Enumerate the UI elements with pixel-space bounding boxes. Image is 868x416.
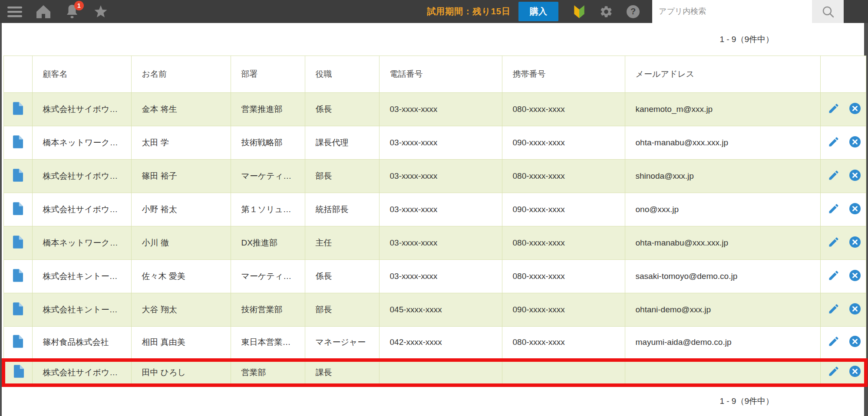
pencil-icon [828,269,840,282]
phone-link[interactable]: 03-xxxx-xxxx [379,226,502,260]
settings-button[interactable] [598,4,614,20]
email-link[interactable]: ohta-manabu@xxx.xxx.jp [625,126,820,160]
record-icon-cell [3,93,32,126]
cell-position: 課長 [305,360,379,385]
column-header-3[interactable]: 役職 [305,56,379,93]
cell-position: 主任 [305,226,379,260]
delete-record-button[interactable] [849,335,861,350]
notifications-button[interactable]: 1 [64,4,80,20]
open-record-button[interactable] [13,335,23,350]
email-link[interactable]: ohta-manabu@xxx.xxx.jp [625,226,820,260]
edit-record-button[interactable] [828,136,840,150]
column-header-4[interactable]: 電話番号 [379,56,502,93]
edit-record-button[interactable] [828,236,840,250]
x-circle-icon [849,169,861,181]
mobile-link[interactable]: 090-xxxx-xxxx [502,293,625,327]
customer-name-link[interactable]: 橋本ネットワーク… [32,226,131,260]
open-record-button[interactable] [13,365,24,380]
star-icon [93,5,108,19]
document-icon [13,236,23,249]
favorites-button[interactable] [93,4,109,20]
edit-record-button[interactable] [828,102,840,117]
edit-record-button[interactable] [828,269,840,284]
mobile-link[interactable] [502,360,625,385]
phone-link[interactable] [379,360,502,385]
open-record-button[interactable] [13,102,23,117]
header-icon-column [3,56,32,93]
hamburger-icon [7,6,22,17]
delete-record-button[interactable] [849,269,861,284]
mobile-link[interactable]: 080-xxxx-xxxx [502,226,625,260]
hamburger-menu-button[interactable] [7,4,23,20]
phone-link[interactable]: 03-xxxx-xxxx [379,93,502,126]
email-link[interactable]: shinoda@xxx.jp [625,160,820,193]
email-link[interactable]: sasaki-tomoyo@demo.co.jp [625,260,820,293]
phone-link[interactable]: 03-xxxx-xxxx [379,160,502,193]
mobile-link[interactable]: 090-xxxx-xxxx [502,126,625,160]
edit-record-button[interactable] [828,335,840,350]
document-icon [13,365,24,378]
email-link[interactable] [625,360,820,385]
customer-name-link[interactable]: 株式会社サイボウ… [32,93,131,126]
beginner-guide-button[interactable] [571,4,587,20]
customer-name-link[interactable]: 株式会社キントー… [32,260,131,293]
home-button[interactable] [36,4,51,20]
mobile-link[interactable]: 080-xxxx-xxxx [502,260,625,293]
mobile-link[interactable]: 080-xxxx-xxxx [502,93,625,126]
phone-link[interactable]: 045-xxxx-xxxx [379,293,502,327]
delete-record-button[interactable] [849,102,861,117]
open-record-button[interactable] [13,269,23,284]
mobile-link[interactable]: 080-xxxx-xxxx [502,327,625,360]
help-button[interactable]: ? [625,4,641,20]
email-link[interactable]: kanemoto_m@xxx.jp [625,93,820,126]
delete-record-button[interactable] [849,169,861,183]
open-record-button[interactable] [13,135,23,151]
delete-record-button[interactable] [849,303,861,317]
edit-record-button[interactable] [828,203,840,217]
open-record-button[interactable] [13,202,23,217]
delete-record-button[interactable] [849,236,861,250]
customer-name-link[interactable]: 株式会社サイボウ… [32,360,131,385]
customer-name-link[interactable]: 株式会社サイボウ… [32,193,131,226]
mobile-link[interactable]: 090-xxxx-xxxx [502,193,625,226]
customer-name-link[interactable]: 株式会社キントー… [32,293,131,327]
column-header-5[interactable]: 携帯番号 [502,56,625,93]
column-header-2[interactable]: 部署 [231,56,305,93]
phone-link[interactable]: 042-xxxx-xxxx [379,327,502,360]
row-actions-cell [820,260,866,293]
phone-link[interactable]: 03-xxxx-xxxx [379,193,502,226]
help-icon: ? [627,5,640,18]
edit-record-button[interactable] [828,303,840,317]
customer-name-link[interactable]: 橋本ネットワーク… [32,126,131,160]
delete-record-button[interactable] [849,365,861,380]
email-link[interactable]: ono@xxx.jp [625,193,820,226]
pencil-icon [828,236,840,248]
open-record-button[interactable] [13,236,23,251]
phone-link[interactable]: 03-xxxx-xxxx [379,260,502,293]
column-header-1[interactable]: お名前 [131,56,231,93]
column-header-6[interactable]: メールアドレス [625,56,820,93]
edit-record-button[interactable] [828,365,840,380]
cell-department: 技術営業部 [231,293,305,327]
customer-name-link[interactable]: 株式会社サイボウ… [32,160,131,193]
cell-department: 東日本営業… [231,327,305,360]
open-record-button[interactable] [13,169,23,184]
buy-button[interactable]: 購入 [518,2,558,21]
mobile-link[interactable]: 080-xxxx-xxxx [502,160,625,193]
customer-name-link[interactable]: 篠村食品株式会社 [32,327,131,360]
open-record-button[interactable] [13,302,23,318]
email-link[interactable]: mayumi-aida@demo.co.jp [625,327,820,360]
gear-icon [599,5,613,19]
delete-record-button[interactable] [849,136,861,150]
app-search-input[interactable] [652,0,812,23]
delete-record-button[interactable] [849,203,861,217]
edit-record-button[interactable] [828,169,840,183]
email-link[interactable]: ohtani-demo@xxx.jp [625,293,820,327]
row-actions-cell [820,360,866,385]
phone-link[interactable]: 03-xxxx-xxxx [379,126,502,160]
table-row: 株式会社サイボウ… 金本 将生 営業推進部 係長 03-xxxx-xxxx 08… [3,93,866,126]
row-actions-cell [820,126,866,160]
column-header-0[interactable]: 顧客名 [32,56,131,93]
x-circle-icon [849,335,861,347]
search-submit-button[interactable] [812,0,844,23]
